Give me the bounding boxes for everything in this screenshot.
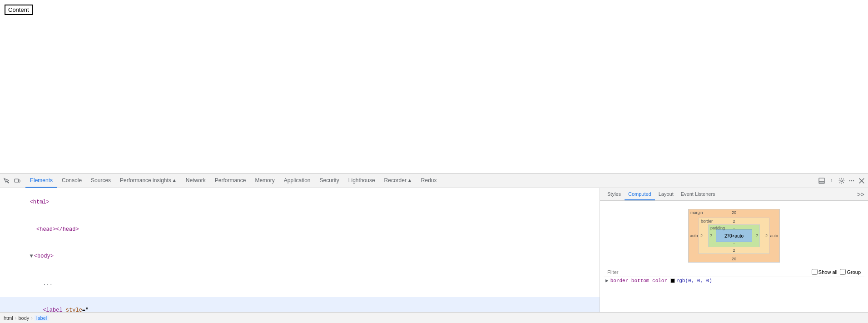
content-label: Content bbox=[5, 5, 33, 15]
page-content-area: Content bbox=[0, 0, 868, 173]
